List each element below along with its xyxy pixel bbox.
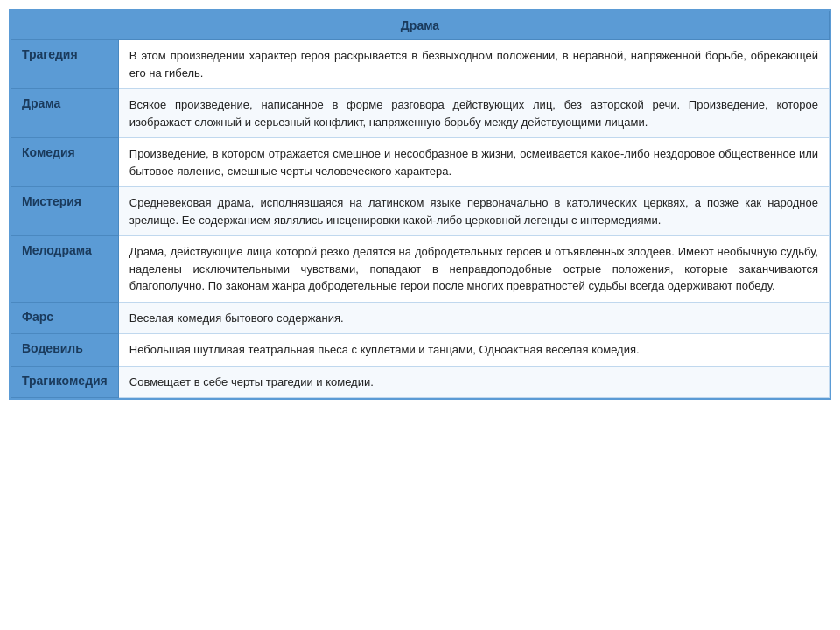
table-header-row: Драма xyxy=(11,11,830,40)
definition-cell: Веселая комедия бытового содержания. xyxy=(118,302,829,334)
definition-cell: Совмещает в себе черты трагедии и комеди… xyxy=(118,366,829,398)
term-cell: Трагедия xyxy=(11,40,119,89)
definition-cell: В этом произведении характер героя раскр… xyxy=(118,40,829,89)
table-row: ДрамаВсякое произведение, написанное в ф… xyxy=(11,89,830,138)
table-row: КомедияПроизведение, в котором отражаетс… xyxy=(11,138,830,187)
table-row: ТрагедияВ этом произведении характер гер… xyxy=(11,40,830,89)
definition-cell: Небольшая шутливая театральная пьеса с к… xyxy=(118,334,829,367)
table-title: Драма xyxy=(11,11,830,40)
definition-cell: Произведение, в котором отражается смешн… xyxy=(118,138,829,187)
table-row: ВодевильНебольшая шутливая театральная п… xyxy=(11,334,830,367)
definition-cell: Средневековая драма, исполнявшаяся на ла… xyxy=(118,187,829,236)
term-cell: Мелодрама xyxy=(11,236,119,303)
table-row: ТрагикомедияСовмещает в себе черты траге… xyxy=(11,366,830,398)
table-row: МистерияСредневековая драма, исполнявшая… xyxy=(11,187,830,236)
term-cell: Комедия xyxy=(11,138,119,187)
term-cell: Драма xyxy=(11,89,119,138)
drama-table: Драма ТрагедияВ этом произведении характ… xyxy=(9,9,831,400)
table-row: МелодрамаДрама, действующие лица которой… xyxy=(11,236,830,303)
definition-cell: Всякое произведение, написанное в форме … xyxy=(118,89,829,138)
table-row: ФарсВеселая комедия бытового содержания. xyxy=(11,302,830,334)
term-cell: Мистерия xyxy=(11,187,119,236)
term-cell: Водевиль xyxy=(11,334,119,367)
term-cell: Фарс xyxy=(11,302,119,334)
definition-cell: Драма, действующие лица которой резко де… xyxy=(118,236,829,303)
term-cell: Трагикомедия xyxy=(11,366,119,398)
